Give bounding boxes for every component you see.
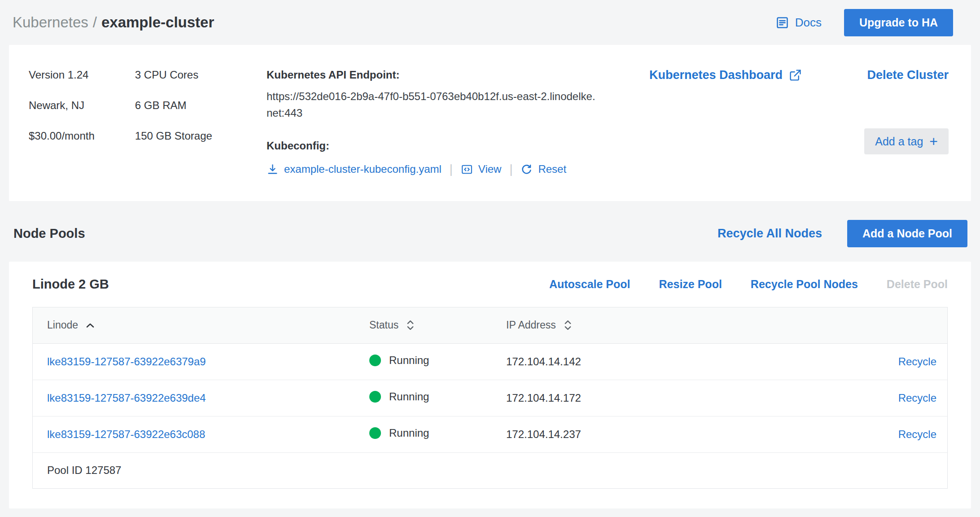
- specs-column-left: Version 1.24 Newark, NJ $30.00/month: [29, 66, 95, 180]
- table-row: lke83159-127587-63922e63c088 Running 172…: [33, 416, 947, 452]
- table-header-row: Linode Status: [33, 307, 947, 343]
- node-link[interactable]: lke83159-127587-63922e6379a9: [47, 355, 206, 368]
- breadcrumb-current-cluster: example-cluster: [101, 14, 214, 31]
- code-view-icon: [461, 163, 473, 175]
- api-endpoint-label: Kubernetes API Endpoint:: [267, 66, 601, 83]
- specs-column-right: 3 CPU Cores 6 GB RAM 150 GB Storage: [135, 66, 212, 180]
- autoscale-pool-link[interactable]: Autoscale Pool: [549, 278, 630, 291]
- pool-card-header: Linode 2 GB Autoscale Pool Resize Pool R…: [32, 277, 948, 292]
- kubeconfig-filename: example-cluster-kubeconfig.yaml: [284, 163, 442, 175]
- node-link[interactable]: lke83159-127587-63922e639de4: [47, 392, 206, 404]
- separator: |: [509, 162, 512, 176]
- spec-version: Version 1.24: [29, 66, 95, 83]
- status-text: Running: [389, 390, 429, 403]
- view-link-label: View: [478, 163, 502, 175]
- nodes-table-wrap: Linode Status: [32, 307, 948, 489]
- node-pool-card: Linode 2 GB Autoscale Pool Resize Pool R…: [9, 262, 971, 508]
- node-link[interactable]: lke83159-127587-63922e63c088: [47, 428, 205, 440]
- delete-cluster-link[interactable]: Delete Cluster: [867, 66, 949, 83]
- status-text: Running: [389, 354, 429, 367]
- table-row: lke83159-127587-63922e6379a9 Running 172…: [33, 343, 947, 380]
- column-header-status[interactable]: Status: [355, 307, 492, 343]
- status-running-icon: [369, 355, 381, 366]
- reset-icon: [521, 163, 533, 175]
- summary-right-actions: Kubernetes Dashboard Delete Cluster Add …: [601, 66, 949, 180]
- cluster-specs: Version 1.24 Newark, NJ $30.00/month 3 C…: [29, 66, 267, 180]
- reset-link-label: Reset: [538, 163, 566, 175]
- pool-actions: Autoscale Pool Resize Pool Recycle Pool …: [549, 278, 948, 291]
- spec-storage: 150 GB Storage: [135, 127, 212, 145]
- status-cell: Running: [369, 390, 429, 403]
- resize-pool-link[interactable]: Resize Pool: [659, 278, 722, 291]
- topbar-actions: Docs Upgrade to HA: [775, 9, 953, 36]
- spec-ram: 6 GB RAM: [135, 97, 212, 114]
- ip-address: 172.104.14.237: [492, 416, 716, 452]
- kubernetes-cluster-page: Kubernetes / example-cluster Docs Upgrad…: [0, 0, 980, 517]
- delete-pool-link: Delete Pool: [887, 278, 948, 291]
- column-header-ip-label: IP Address: [506, 319, 556, 331]
- breadcrumb-separator: /: [93, 14, 97, 31]
- spec-region: Newark, NJ: [29, 97, 95, 114]
- status-running-icon: [369, 391, 381, 403]
- node-pools-header: Node Pools Recycle All Nodes Add a Node …: [9, 220, 971, 247]
- kubernetes-dashboard-link[interactable]: Kubernetes Dashboard: [649, 66, 802, 83]
- column-header-status-label: Status: [369, 319, 398, 331]
- ip-address: 172.104.14.142: [492, 343, 716, 380]
- kubeconfig-reset-link[interactable]: Reset: [521, 163, 566, 175]
- kubeconfig-label: Kubeconfig:: [267, 137, 601, 154]
- breadcrumb: Kubernetes / example-cluster: [13, 14, 214, 31]
- table-footer-row: Pool ID 127587: [33, 452, 947, 488]
- docs-icon: [775, 16, 789, 30]
- status-cell: Running: [369, 427, 429, 439]
- add-tag-label: Add a tag: [875, 135, 923, 148]
- table-row: lke83159-127587-63922e639de4 Running 172…: [33, 380, 947, 416]
- status-text: Running: [389, 427, 429, 439]
- cluster-links-row: Kubernetes Dashboard Delete Cluster: [649, 66, 949, 83]
- recycle-all-nodes-link[interactable]: Recycle All Nodes: [718, 227, 822, 241]
- column-header-linode-label: Linode: [47, 319, 78, 331]
- cluster-summary-card: Version 1.24 Newark, NJ $30.00/month 3 C…: [9, 45, 971, 201]
- separator: |: [450, 162, 453, 176]
- recycle-node-link[interactable]: Recycle: [898, 428, 936, 440]
- recycle-pool-nodes-link[interactable]: Recycle Pool Nodes: [751, 278, 858, 291]
- sort-ascending-icon: [85, 322, 95, 329]
- node-pools-title: Node Pools: [13, 226, 85, 241]
- docs-link-label: Docs: [795, 16, 822, 30]
- kubeconfig-download-link[interactable]: example-cluster-kubeconfig.yaml: [267, 163, 442, 175]
- kubernetes-dashboard-label: Kubernetes Dashboard: [649, 66, 783, 83]
- api-endpoint-block: Kubernetes API Endpoint: https://532de01…: [267, 66, 601, 180]
- status-cell: Running: [369, 354, 429, 367]
- download-icon: [267, 163, 279, 175]
- spec-price: $30.00/month: [29, 127, 95, 145]
- recycle-node-link[interactable]: Recycle: [898, 355, 936, 368]
- column-header-ip-address[interactable]: IP Address: [492, 307, 716, 343]
- nodes-table: Linode Status: [33, 307, 947, 488]
- status-running-icon: [369, 427, 381, 439]
- docs-link[interactable]: Docs: [775, 16, 822, 30]
- column-header-actions: [716, 307, 947, 343]
- spec-cpu: 3 CPU Cores: [135, 66, 212, 83]
- pool-name: Linode 2 GB: [32, 277, 109, 292]
- ip-address: 172.104.14.172: [492, 380, 716, 416]
- recycle-node-link[interactable]: Recycle: [898, 392, 936, 404]
- add-tag-button[interactable]: Add a tag +: [864, 128, 949, 154]
- node-pools-actions: Recycle All Nodes Add a Node Pool: [718, 220, 967, 247]
- topbar: Kubernetes / example-cluster Docs Upgrad…: [9, 0, 971, 45]
- sort-both-icon: [406, 319, 415, 331]
- kubeconfig-actions: example-cluster-kubeconfig.yaml | View |: [267, 161, 601, 178]
- upgrade-to-ha-button[interactable]: Upgrade to HA: [844, 9, 953, 36]
- breadcrumb-section-kubernetes[interactable]: Kubernetes: [13, 14, 88, 31]
- plus-icon: +: [929, 134, 938, 149]
- column-header-linode[interactable]: Linode: [33, 307, 355, 343]
- kubeconfig-view-link[interactable]: View: [461, 163, 502, 175]
- external-link-icon: [789, 69, 802, 82]
- add-node-pool-button[interactable]: Add a Node Pool: [847, 220, 967, 247]
- sort-both-icon: [563, 319, 573, 331]
- api-endpoint-url: https://532de016-2b9a-47f0-b551-0763eb40…: [267, 88, 601, 121]
- pool-id-footer: Pool ID 127587: [33, 452, 947, 488]
